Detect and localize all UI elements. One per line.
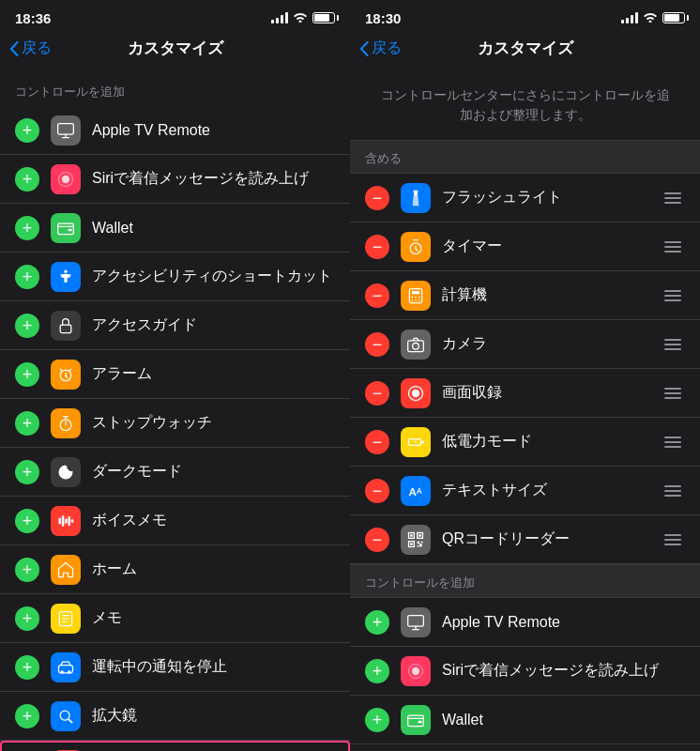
list-item: QRコードリーダー [350, 515, 700, 564]
remove-button[interactable] [365, 186, 389, 210]
app-icon-flashlight [401, 183, 431, 213]
back-button-right[interactable]: 戻る [359, 38, 402, 58]
section-header-left: コントロールを追加 [0, 67, 350, 106]
list-item: ストップウォッチ [0, 399, 350, 448]
scroll-area-left[interactable]: Apple TV Remote Siriで着信メッセージを読み上げ Wallet… [0, 106, 350, 751]
app-icon-tv [51, 115, 81, 146]
item-label: フラッシュライト [442, 188, 649, 207]
list-item: AA テキストサイズ [350, 467, 700, 515]
svg-rect-47 [418, 544, 419, 546]
battery-icon [312, 12, 335, 23]
remove-button[interactable] [365, 332, 389, 357]
list-item: アクセスガイド [0, 301, 350, 350]
list-item: アクセシビリティのショートカット [350, 744, 700, 751]
item-label: テキストサイズ [442, 481, 649, 500]
add-button[interactable] [15, 314, 39, 338]
item-label: ダークモード [92, 462, 335, 482]
remove-button[interactable] [365, 479, 389, 503]
nav-bar-right: 戻る カスタマイズ [350, 34, 700, 67]
signal-icon [621, 12, 638, 23]
item-label: Apple TV Remote [92, 122, 335, 139]
nav-bar-left: 戻る カスタマイズ [0, 34, 350, 67]
time-right: 18:30 [365, 10, 401, 26]
add-button[interactable] [15, 167, 39, 192]
svg-rect-44 [410, 543, 413, 545]
app-icon-stopwatch [51, 408, 81, 438]
item-label: ストップウォッチ [92, 413, 335, 433]
app-icon-voicememo [51, 506, 81, 536]
drag-handle[interactable] [661, 189, 685, 207]
add-button[interactable] [15, 265, 39, 289]
add-button[interactable] [15, 362, 39, 387]
add-button[interactable] [15, 655, 39, 680]
list-item: カメラ [350, 320, 700, 369]
add-button[interactable] [15, 118, 39, 143]
svg-rect-0 [58, 123, 74, 134]
remove-button[interactable] [365, 528, 389, 552]
list-item: メモ [0, 594, 350, 643]
add-button[interactable] [15, 606, 39, 631]
nav-title-right: カスタマイズ [478, 38, 573, 59]
svg-rect-9 [59, 517, 62, 524]
list-item: Wallet [0, 204, 350, 253]
scroll-area-right[interactable]: 含める フラッシュライト タイマー [350, 140, 700, 751]
svg-rect-48 [419, 544, 422, 546]
drag-handle[interactable] [661, 433, 685, 452]
add-button[interactable] [15, 411, 39, 436]
svg-point-30 [418, 299, 420, 301]
item-label: QRコードリーダー [442, 529, 649, 549]
svg-point-26 [415, 296, 417, 298]
item-label: Wallet [442, 712, 685, 728]
right-panel: 18:30 戻る カスタマイズ コントロールセ [350, 0, 700, 751]
add-button[interactable] [15, 704, 39, 728]
add-button[interactable] [15, 558, 39, 582]
section-divider-add-label: コントロールを追加 [365, 575, 475, 591]
svg-point-29 [415, 299, 417, 301]
remove-button[interactable] [365, 235, 389, 259]
drag-handle[interactable] [661, 530, 685, 549]
app-icon-siri [51, 164, 81, 194]
drag-handle[interactable] [661, 384, 685, 403]
add-button[interactable] [365, 610, 389, 635]
svg-rect-46 [421, 541, 423, 543]
list-item: 画面収録 [350, 369, 700, 418]
app-icon-magnifier [51, 701, 81, 731]
item-label: 計算機 [442, 285, 649, 305]
item-label: ホーム [92, 559, 335, 579]
item-label: 拡大鏡 [92, 706, 335, 726]
item-label: 画面収録 [442, 383, 649, 403]
section-divider-label: 含める [365, 150, 402, 167]
status-icons-right [621, 11, 685, 25]
item-label: アクセスガイド [92, 315, 335, 335]
remove-button[interactable] [365, 284, 389, 308]
svg-rect-42 [418, 534, 421, 537]
remove-button[interactable] [365, 381, 389, 406]
drag-handle[interactable] [661, 286, 685, 305]
drag-handle[interactable] [661, 238, 685, 256]
list-item: フラッシュライト [350, 174, 700, 222]
item-label: ボイスメモ [92, 511, 335, 530]
nav-title-left: カスタマイズ [128, 38, 223, 59]
app-icon-siri2 [401, 656, 431, 686]
list-item: 低電力モード [350, 418, 700, 467]
svg-point-50 [412, 667, 419, 674]
svg-point-32 [413, 343, 419, 349]
add-button[interactable] [15, 216, 39, 240]
add-button[interactable] [365, 708, 389, 732]
add-button[interactable] [15, 509, 39, 533]
wifi-icon [293, 11, 308, 25]
svg-rect-12 [68, 516, 71, 526]
svg-rect-31 [408, 340, 424, 351]
add-button[interactable] [365, 659, 389, 683]
list-item: Siriで着信メッセージを読み上げ [0, 155, 350, 204]
remove-button[interactable] [365, 430, 389, 454]
add-button[interactable] [15, 460, 39, 484]
back-button-left[interactable]: 戻る [9, 38, 52, 58]
section-divider-included: 含める [350, 140, 700, 174]
item-label: 低電力モード [442, 432, 649, 452]
description-text: コントロールセンターにさらにコントロールを追加および整理します。 [381, 87, 670, 122]
drag-handle[interactable] [661, 335, 685, 354]
drag-handle[interactable] [661, 482, 685, 500]
item-label: カメラ [442, 334, 649, 354]
svg-rect-6 [60, 325, 71, 332]
